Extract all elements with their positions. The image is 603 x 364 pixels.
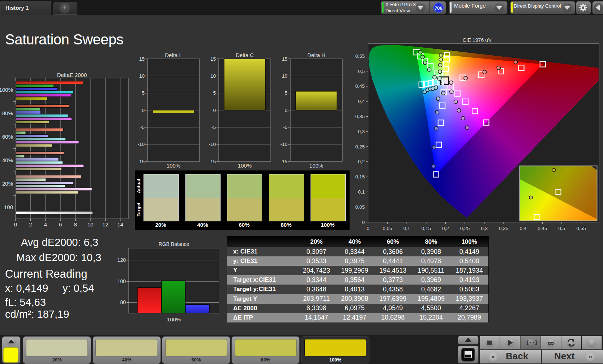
svg-text:100%: 100% <box>167 316 181 322</box>
svg-text:80%: 80% <box>2 110 13 116</box>
svg-text:0,55: 0,55 <box>355 53 365 59</box>
svg-text:100%: 100% <box>238 162 251 169</box>
svg-text:0,05: 0,05 <box>382 226 392 231</box>
svg-text:0,2: 0,2 <box>442 226 449 231</box>
svg-text:10: 10 <box>210 73 215 79</box>
svg-text:-10: -10 <box>280 142 287 147</box>
svg-text:CIE 1976 u'v': CIE 1976 u'v' <box>463 37 492 43</box>
svg-text:5: 5 <box>285 90 287 96</box>
svg-text:0,1: 0,1 <box>403 226 410 231</box>
svg-text:15: 15 <box>139 56 145 62</box>
svg-text:100%: 100% <box>309 162 323 169</box>
svg-text:5: 5 <box>142 90 145 96</box>
svg-text:100%: 100% <box>0 87 13 93</box>
svg-text:0,4: 0,4 <box>519 226 526 231</box>
svg-text:100%: 100% <box>167 162 180 169</box>
svg-text:-5: -5 <box>211 125 215 130</box>
svg-text:Delta C: Delta C <box>235 52 253 58</box>
svg-text:8: 8 <box>74 221 77 228</box>
svg-text:6: 6 <box>59 221 62 228</box>
svg-text:0,15: 0,15 <box>355 174 365 179</box>
svg-text:0,55: 0,55 <box>576 226 586 231</box>
svg-text:12: 12 <box>102 221 108 228</box>
svg-text:0,35: 0,35 <box>355 114 365 119</box>
svg-text:-5: -5 <box>140 125 145 130</box>
svg-text:0: 0 <box>213 108 216 113</box>
svg-text:-5: -5 <box>283 125 287 130</box>
svg-text:10: 10 <box>139 73 145 79</box>
svg-text:10: 10 <box>282 73 287 79</box>
svg-text:100: 100 <box>117 278 126 284</box>
svg-text:100: 100 <box>4 204 13 210</box>
svg-text:0,3: 0,3 <box>358 129 365 134</box>
svg-text:0,45: 0,45 <box>538 226 547 231</box>
svg-text:10: 10 <box>87 221 94 228</box>
svg-text:0,2: 0,2 <box>358 159 365 164</box>
svg-text:0,5: 0,5 <box>358 69 365 74</box>
svg-text:RGB Balance: RGB Balance <box>159 241 189 247</box>
svg-text:80: 80 <box>120 299 126 305</box>
svg-text:14: 14 <box>117 221 123 228</box>
svg-text:-15: -15 <box>137 159 145 164</box>
svg-text:0,05: 0,05 <box>355 204 365 210</box>
svg-text:Delta H: Delta H <box>307 52 325 58</box>
svg-text:Delta L: Delta L <box>165 52 182 58</box>
svg-text:0: 0 <box>14 221 17 228</box>
svg-text:0,5: 0,5 <box>559 226 565 231</box>
svg-text:0: 0 <box>367 226 369 231</box>
svg-text:-15: -15 <box>209 159 216 164</box>
svg-text:0,4: 0,4 <box>358 99 365 104</box>
svg-text:0,35: 0,35 <box>499 226 508 231</box>
svg-text:40%: 40% <box>2 157 13 163</box>
svg-text:120: 120 <box>117 257 126 263</box>
svg-text:0,1: 0,1 <box>358 189 365 195</box>
svg-text:2: 2 <box>29 221 32 228</box>
svg-text:0,15: 0,15 <box>422 226 431 231</box>
svg-text:0,25: 0,25 <box>355 144 365 150</box>
svg-text:15: 15 <box>210 56 215 62</box>
svg-text:0,3: 0,3 <box>481 226 488 231</box>
svg-text:-10: -10 <box>137 142 145 147</box>
svg-text:60%: 60% <box>2 134 13 140</box>
svg-text:0: 0 <box>362 220 365 225</box>
svg-text:4: 4 <box>44 221 47 228</box>
svg-text:15: 15 <box>282 56 287 62</box>
svg-text:DeltaE 2000: DeltaE 2000 <box>57 72 87 78</box>
svg-text:-10: -10 <box>209 142 216 147</box>
svg-text:5: 5 <box>213 90 216 96</box>
svg-text:-15: -15 <box>280 159 287 164</box>
svg-text:0: 0 <box>142 108 145 113</box>
svg-text:0: 0 <box>285 108 287 113</box>
svg-text:20%: 20% <box>2 181 13 187</box>
svg-text:0,25: 0,25 <box>460 226 470 231</box>
svg-text:0,45: 0,45 <box>355 83 365 89</box>
